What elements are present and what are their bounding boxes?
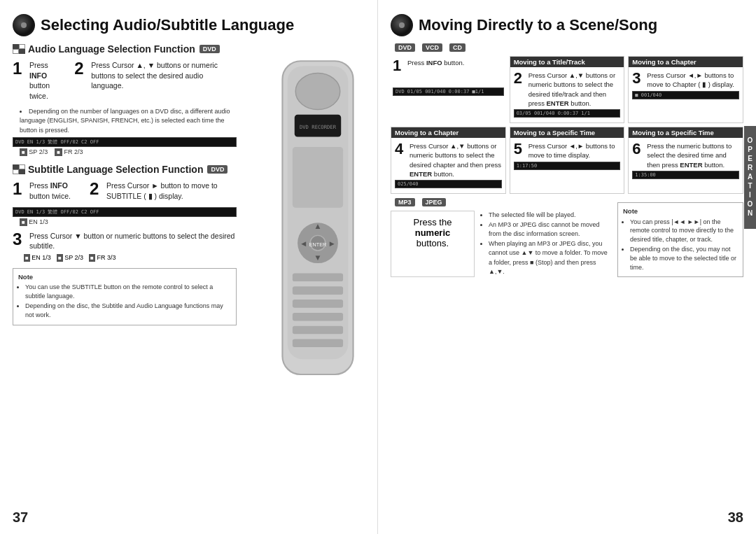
left-note-box: Note You can use the SUBTITLE button on …	[13, 268, 237, 325]
r-step4-num: 4	[395, 141, 406, 157]
svg-point-2	[295, 73, 340, 110]
audio-note-bullet: Depending on the number of languages on …	[13, 107, 237, 136]
svg-rect-15	[293, 286, 343, 295]
subtitle-section: Subtitle Language Selection Function DVD…	[13, 164, 237, 261]
subtitle-step3-box: 3 Press Cursor ▼ button or numeric butto…	[13, 231, 237, 251]
right-note-bullet-2: Depending on the disc, you may not be ab…	[630, 245, 738, 272]
r-step3-text: Press Cursor ◄,► buttons to move to Chap…	[647, 71, 739, 90]
sub-step1-num: 1	[13, 181, 25, 197]
step1-text: Press INFO button twice.	[29, 60, 67, 101]
dvd-badge-audio: DVD	[200, 45, 220, 53]
svg-rect-14	[293, 274, 343, 282]
step2-num: 2	[74, 60, 87, 77]
svg-rect-5	[293, 147, 343, 208]
mp3-badge: MP3	[395, 198, 415, 206]
press-numeric-box: Press the numeric buttons.	[391, 211, 475, 277]
step1-num: 1	[13, 60, 25, 77]
note-title: Note	[18, 272, 231, 281]
specific-time-panel2: Moving to a Specific Time 6 Press the nu…	[628, 127, 743, 194]
audio-title-text: Audio Language Selection Function	[28, 43, 195, 55]
chapter-header-top: Moving to a Chapter	[629, 57, 743, 67]
r-step5: 5 Press Cursor ◄,► buttons to move to ti…	[514, 141, 621, 160]
subtitle-display1: DVD EN 1/3 繁體 OFF/02 C2 OFF	[13, 207, 237, 217]
sub-disp-fr: ■ FR 3/3	[89, 254, 115, 261]
subtitle-title-text: Subtitle Language Selection Function	[28, 164, 203, 175]
title-track-panel: Moving to a Title/Track 2 Press Cursor ▲…	[510, 56, 625, 123]
r-step2: 2 Press Cursor ▲,▼ buttons or numeric bu…	[514, 71, 621, 108]
svg-text:▼: ▼	[314, 253, 321, 262]
mp3-bullet-3: When playing an MP3 or JPEG disc, you ca…	[489, 239, 612, 277]
operation-tab: OPERATION	[744, 126, 756, 229]
left-title-section: Selecting Audio/Subtitle Language	[13, 14, 365, 36]
audio-step1: 1 Press INFO button twice.	[13, 60, 67, 101]
r-step1: 1 Press INFO button.	[393, 58, 504, 73]
bottom-panels-row: Moving to a Chapter 4 Press Cursor ▲,▼ b…	[391, 127, 743, 194]
subtitle-steps-row: 1 Press INFO button twice. 2 Press Curso…	[13, 181, 237, 201]
r-step3: 3 Press Cursor ◄,► buttons to move to Ch…	[632, 71, 739, 90]
note-bullet-1: You can use the SUBTITLE button on the r…	[25, 283, 231, 300]
sub-disp-sp: ■ SP 2/3	[57, 254, 83, 261]
r-step6-num: 6	[632, 141, 643, 157]
audio-step2: 2 Press Cursor ▲, ▼ buttons or numeric b…	[74, 60, 237, 101]
step3-disp: ■ 001/040	[632, 91, 739, 99]
step2-text: Press Cursor ▲, ▼ buttons or numeric but…	[91, 60, 237, 91]
chapter-panel-top: Moving to a Chapter 3 Press Cursor ◄,► b…	[628, 56, 743, 123]
press-numeric-end: buttons.	[416, 238, 449, 248]
step2-disp: 03/05 001/040 0:00:37 1/1	[514, 109, 621, 118]
mp3-jpeg-section: MP3 JPEG Press the numeric buttons. The …	[391, 198, 612, 277]
sub-disp-en: ■ EN 1/3	[24, 254, 51, 261]
right-note-bullets: You can press |◄◄ ►►| on the remote cont…	[623, 218, 738, 272]
sub-step3-num: 3	[13, 231, 25, 248]
audio-displays: ■ SP 2/3 ■ FR 2/3	[20, 148, 237, 155]
r-step5-num: 5	[514, 141, 525, 157]
subtitle-displays: ■ EN 1/3	[20, 218, 237, 225]
svg-rect-16	[293, 300, 343, 308]
dvd-badge-subtitle: DVD	[207, 165, 227, 174]
cd-badge: CD	[449, 43, 465, 52]
audio-section: Audio Language Selection Function DVD 1 …	[13, 43, 237, 155]
specific-time-panel1: Moving to a Specific Time 5 Press Cursor…	[510, 127, 625, 194]
mp3-bullets-container: The selected file will be played. An MP3…	[480, 211, 612, 277]
mp3-jpeg-badges: MP3 JPEG	[391, 198, 612, 206]
svg-text:►: ►	[328, 239, 336, 248]
note-bullets: You can use the SUBTITLE button on the r…	[18, 283, 231, 319]
left-steps-area: Audio Language Selection Function DVD 1 …	[13, 43, 237, 325]
svg-text:◄: ◄	[300, 239, 307, 248]
right-title-section: Moving Directly to a Scene/Song	[391, 14, 743, 36]
disc-icon-right	[391, 14, 413, 36]
mp3-bullet-2: An MP3 or JPEG disc cannot be moved from…	[489, 220, 612, 239]
r-step6-text: Press the numeric buttons to select the …	[647, 141, 739, 169]
audio-steps-row: 1 Press INFO button twice. 2 Press Curso…	[13, 60, 237, 101]
left-page: Selecting Audio/Subtitle Language Audio …	[0, 0, 378, 534]
mp3-content: Press the numeric buttons. The selected …	[391, 211, 612, 277]
jpeg-badge: JPEG	[422, 198, 446, 206]
step1-panel: 1 Press INFO button. DVD 01/05 001/040 0…	[391, 56, 506, 123]
right-note-bullet-1: You can press |◄◄ ►►| on the remote cont…	[630, 218, 738, 244]
remote-svg: DVD RECORDER ▲ ▼ ◄ ► ENTER	[272, 56, 363, 379]
title-track-header: Moving to a Title/Track	[510, 57, 624, 67]
audio-section-title: Audio Language Selection Function DVD	[13, 43, 237, 55]
mp3-bullet-1: The selected file will be played.	[489, 211, 612, 220]
r-step5-text: Press Cursor ◄,► buttons to move to time…	[528, 141, 621, 160]
subtitle-section-title: Subtitle Language Selection Function DVD	[13, 164, 237, 175]
svg-text:ENTER: ENTER	[309, 241, 326, 248]
r-step6: 6 Press the numeric buttons to select th…	[632, 141, 739, 169]
top-panels-row: 1 Press INFO button. DVD 01/05 001/040 0…	[391, 56, 743, 123]
remote-control: DVD RECORDER ▲ ▼ ◄ ► ENTER	[272, 56, 370, 406]
right-note: Note You can press |◄◄ ►►| on the remote…	[617, 202, 743, 277]
format-badges: DVD VCD CD	[391, 43, 743, 52]
subtitle-step1: 1 Press INFO button twice.	[13, 181, 83, 201]
operation-label: OPERATION	[746, 136, 754, 218]
note-bullet-2: Depending on the disc, the Subtitle and …	[25, 302, 231, 319]
subtitle-displays-row: ■ EN 1/3 ■ SP 2/3 ■ FR 3/3	[24, 254, 237, 261]
press-numeric-bold: numeric	[415, 227, 451, 238]
audio-display2: ■ SP 2/3	[20, 148, 48, 155]
disc-icon-left	[13, 14, 35, 36]
right-note-title: Note	[623, 206, 738, 216]
subtitle-step2: 2 Press Cursor ► button to move to SUBTI…	[90, 181, 237, 201]
step5-disp: 1:17:50	[514, 162, 621, 170]
dvd-badge: DVD	[395, 43, 415, 52]
sub-step2-text: Press Cursor ► button to move to SUBTITL…	[106, 181, 237, 201]
r-step2-text: Press Cursor ▲,▼ buttons or numeric butt…	[528, 71, 621, 108]
r-step4: 4 Press Cursor ▲,▼ buttons or numeric bu…	[395, 141, 502, 178]
